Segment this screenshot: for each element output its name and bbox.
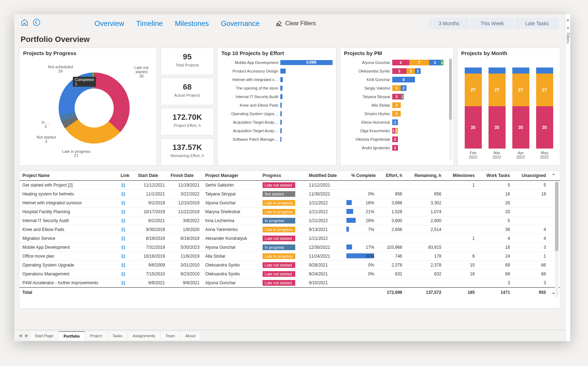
pm-row[interactable]: Elena Humeniuk2 xyxy=(344,118,447,127)
column-header[interactable]: Milestones xyxy=(444,171,478,181)
effort-row[interactable]: Knee and Elbow Pads xyxy=(221,101,333,109)
table-row[interactable]: Migration Service⛓8/19/20198/19/2019Alex… xyxy=(20,234,560,243)
effort-row[interactable]: Helmet with integrated s… xyxy=(221,75,333,84)
time-tab-this-week[interactable]: This Week xyxy=(470,18,514,29)
sheet-next-icon[interactable]: ▶ xyxy=(23,333,30,338)
chevron-up-icon[interactable]: ⌃ xyxy=(552,173,555,178)
table-row[interactable]: Get started with Project [2]⛓11/12/20211… xyxy=(20,181,560,190)
pm-row[interactable]: Alla Stoliar3 xyxy=(344,101,447,109)
scrollbar[interactable] xyxy=(449,59,452,160)
pm-row[interactable]: Oleksandra Synilo532 xyxy=(344,67,447,75)
column-header[interactable]: Unassigned xyxy=(513,171,549,181)
pm-row[interactable]: Olga Kravchenko11 xyxy=(344,127,447,135)
effort-row[interactable]: Acquisition Target Analy… xyxy=(221,118,333,127)
table-row[interactable]: Mobile App Development⛓7/31/20195/30/202… xyxy=(20,243,560,252)
column-header[interactable]: Start Date xyxy=(135,171,168,181)
time-tab-late-tasks[interactable]: Late Tasks xyxy=(515,18,559,29)
filters-label: Filters xyxy=(566,33,570,43)
progress-badge: Not started xyxy=(263,191,295,197)
month-column[interactable]: 3527 xyxy=(465,68,482,149)
month-column[interactable]: 3527 xyxy=(536,68,553,149)
column-header[interactable]: Project Manager xyxy=(202,171,260,181)
tooltip: Completed1 xyxy=(73,77,96,87)
sheet-prev-icon[interactable]: ◀ xyxy=(17,333,23,338)
link-icon[interactable]: ⛓ xyxy=(121,200,125,206)
table-row[interactable]: Knee and Elbow Pads⛓9/30/20191/9/2020Ann… xyxy=(20,225,560,234)
table-row[interactable]: P4W Accelerator - further improvements⛓9… xyxy=(20,279,560,288)
project-name: P4W Accelerator - further improvements xyxy=(20,279,118,288)
pm-row[interactable]: Andrii Ignatenko2 xyxy=(344,144,447,152)
sheet-tab[interactable]: Project xyxy=(85,332,107,340)
progress-badge: Late not started xyxy=(263,236,295,241)
time-tab-3months[interactable]: 3 Months xyxy=(429,18,469,29)
project-name: Mobile App Development xyxy=(20,243,118,252)
link-icon[interactable]: ⛓ xyxy=(121,271,125,277)
progress-badge: Late in progress xyxy=(263,209,295,215)
link-icon[interactable]: ⛓ xyxy=(121,263,125,268)
column-header[interactable]: Modified Date xyxy=(306,171,346,181)
link-icon[interactable]: ⛓ xyxy=(121,183,125,188)
link-icon[interactable]: ⛓ xyxy=(121,218,125,224)
sheet-tab[interactable]: About xyxy=(180,332,201,340)
kpi-card: 95Total Projects xyxy=(161,48,214,75)
card-projects-by-month: Projects by Month 3527352735273527 Feb20… xyxy=(457,48,560,166)
pm-row[interactable]: Sergiy Vakshul32 xyxy=(344,84,447,92)
pm-row[interactable]: Viktoriia Pogrebniak2 xyxy=(344,135,447,144)
column-header[interactable]: Finish Date xyxy=(168,171,202,181)
tab-governance[interactable]: Governance xyxy=(221,20,260,28)
link-icon[interactable]: ⛓ xyxy=(121,280,125,286)
table-row[interactable]: Helmet with integrated sunvisor⛓9/2/2019… xyxy=(20,199,560,208)
link-icon[interactable]: ⛓ xyxy=(121,227,125,232)
column-header[interactable]: Work Tasks xyxy=(478,171,513,181)
table-row[interactable]: Office move plan⛓10/18/201911/6/2019Alla… xyxy=(20,252,560,261)
chevron-left-icon[interactable]: « xyxy=(567,17,570,23)
tab-overview[interactable]: Overview xyxy=(95,20,124,28)
column-header[interactable]: Link xyxy=(118,171,135,181)
pm-name: Oleksandra Synilo xyxy=(344,69,390,73)
link-icon[interactable]: ⛓ xyxy=(121,254,125,259)
pm-row[interactable]: Kirill Gonchar8 xyxy=(344,75,447,84)
svg-point-0 xyxy=(33,19,40,26)
sheet-tab[interactable]: Tasks xyxy=(107,332,128,340)
column-header[interactable]: Progress xyxy=(260,171,306,181)
effort-row[interactable]: Software Patch Manage… xyxy=(221,135,333,144)
tab-timeline[interactable]: Timeline xyxy=(136,20,163,28)
filters-pane-collapsed[interactable]: « ▿ Filters xyxy=(565,14,570,341)
sheet-tab[interactable]: Start Page xyxy=(30,332,59,340)
month-segment xyxy=(465,68,482,74)
sheet-tab[interactable]: Team xyxy=(161,332,180,340)
table-scrollbar[interactable] xyxy=(555,182,559,297)
effort-row[interactable]: Mobile App Development0.08M xyxy=(221,58,333,67)
link-icon[interactable]: ⛓ xyxy=(121,245,125,250)
pm-row[interactable]: Tatyana Skrypai31 xyxy=(344,92,447,101)
link-icon[interactable]: ⛓ xyxy=(121,192,125,197)
column-header[interactable]: Remaining, h xyxy=(405,171,444,181)
sheet-tab[interactable]: Portfolio xyxy=(59,331,85,340)
column-header[interactable]: Effort, h xyxy=(378,171,405,181)
effort-row[interactable]: Internal IT Security Audit xyxy=(221,92,333,101)
column-header[interactable]: Project Name xyxy=(20,171,118,181)
link-icon[interactable]: ⛓ xyxy=(121,209,125,215)
clear-filters-button[interactable]: Clear Filters xyxy=(275,20,316,27)
back-icon[interactable] xyxy=(33,18,41,28)
effort-row[interactable]: Product Accessory Design xyxy=(221,67,333,75)
month-column[interactable]: 3527 xyxy=(512,68,529,149)
tab-milestones[interactable]: Milestones xyxy=(175,20,209,28)
table-row[interactable]: Operations Management⛓7/15/20109/23/2010… xyxy=(20,270,560,279)
pm-row[interactable]: Dmytro Hrytsiv3 xyxy=(344,109,447,118)
sheet-tab[interactable]: Assignments xyxy=(128,332,161,340)
table-row[interactable]: Internal IT Security Audit⛓6/2/20213/8/2… xyxy=(20,216,560,225)
home-icon[interactable] xyxy=(21,18,28,28)
table-row[interactable]: Heating system for helmets⛓11/1/20213/22… xyxy=(20,190,560,199)
effort-row[interactable]: Operating System Upgra… xyxy=(221,109,333,118)
table-row[interactable]: Hospital Facility Planning⛓10/17/201911/… xyxy=(20,208,560,216)
effort-row[interactable]: The opening of the store xyxy=(221,84,333,92)
table-row[interactable]: Operating System Upgrade⛓9/8/20093/31/20… xyxy=(20,261,560,270)
link-icon[interactable]: ⛓ xyxy=(121,236,125,241)
effort-row[interactable]: Acquisition Target Analy… xyxy=(221,127,333,135)
project-name: Operating System Upgrade xyxy=(20,261,118,270)
pm-row[interactable]: Alyona Gonchar6741 xyxy=(344,58,447,67)
column-header[interactable]: % Complete xyxy=(346,171,378,181)
month-column[interactable]: 3527 xyxy=(489,68,506,149)
filter-icon[interactable]: ▿ xyxy=(567,25,569,31)
